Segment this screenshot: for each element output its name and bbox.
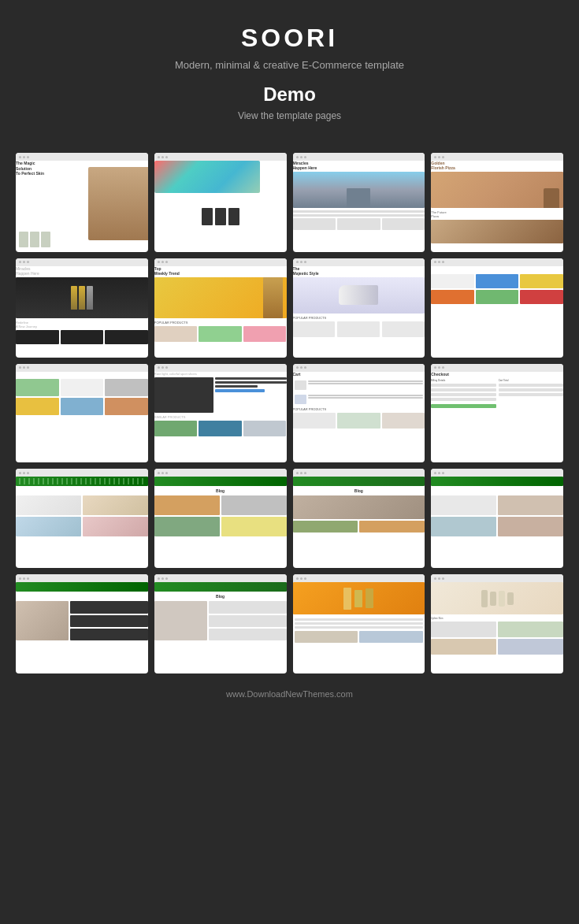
big-sneaker bbox=[339, 285, 378, 305]
dot-2 bbox=[438, 261, 440, 263]
white-section bbox=[293, 617, 425, 644]
cream-bottle-1 bbox=[481, 590, 488, 607]
dot-3 bbox=[442, 366, 444, 369]
article-lines bbox=[295, 618, 424, 629]
golden-detail: The FuturePizza bbox=[431, 210, 563, 243]
dot-3 bbox=[304, 156, 306, 158]
bg-1 bbox=[16, 495, 81, 515]
xmas-bar-5 bbox=[16, 582, 148, 592]
cl-1 bbox=[308, 380, 424, 382]
thumbnail-20[interactable]: Upline Skin bbox=[431, 574, 563, 674]
thumbnail-4[interactable]: GoldenFlorish Pizza The FuturePizza bbox=[431, 153, 563, 252]
browser-bar-3 bbox=[293, 153, 425, 161]
bottle-2 bbox=[79, 286, 85, 310]
thumbnail-18[interactable]: Blog bbox=[154, 574, 287, 674]
cl-3 bbox=[308, 395, 424, 396]
thumbnail-14[interactable]: Blog bbox=[154, 469, 287, 568]
dot-2 bbox=[300, 366, 302, 369]
thumbnail-7[interactable]: TheMajestic Style POPULAR PRODUCTS bbox=[293, 258, 425, 358]
thumb-blog-xmas-light: Blog bbox=[154, 477, 287, 568]
browser-bar-4 bbox=[431, 153, 563, 161]
thumbnail-13[interactable]: Blog bbox=[16, 469, 148, 568]
browser-bar-10 bbox=[154, 364, 287, 372]
wine-row bbox=[16, 330, 148, 344]
dot-2 bbox=[161, 261, 164, 263]
footer-link[interactable]: www.DownloadNewThemes.com bbox=[226, 689, 353, 699]
dot-1 bbox=[19, 261, 21, 263]
pc-5 bbox=[61, 398, 104, 415]
dot-3 bbox=[165, 366, 168, 369]
thumb-cart-content: Cart POPULAR PRODUCTS bbox=[293, 372, 425, 463]
text-line-1 bbox=[293, 210, 425, 213]
subline-text: RedefineA New Journey bbox=[16, 321, 148, 328]
thumbnail-19[interactable] bbox=[293, 574, 425, 674]
browser-bar-13 bbox=[16, 469, 148, 477]
xmas-bar-6 bbox=[154, 582, 287, 592]
brand-subtitle: Modern, minimal & creative E-Commerce te… bbox=[16, 59, 563, 71]
browser-bar-9 bbox=[16, 364, 148, 372]
dot-1 bbox=[296, 366, 299, 369]
bottle-1 bbox=[71, 286, 77, 310]
thumbnail-10[interactable]: Rare light, colorful sport shoes SIMILAR… bbox=[154, 364, 287, 463]
golden-hero bbox=[431, 172, 563, 208]
thumbnail-9[interactable]: Shop bbox=[16, 364, 148, 463]
thumb-cream-product: Upline Skin bbox=[431, 582, 563, 674]
thumbnail-12[interactable]: Checkout Billing Details Cart Total bbox=[431, 364, 563, 463]
rg-3 bbox=[431, 639, 496, 655]
demo-title: Demo bbox=[16, 83, 563, 106]
product-info bbox=[215, 377, 286, 413]
dot-2 bbox=[161, 156, 164, 158]
thumbnail-15[interactable]: Blog bbox=[293, 469, 425, 568]
thumbnail-8[interactable]: Shop bbox=[431, 258, 563, 358]
l2-content bbox=[154, 601, 287, 640]
bg-2 bbox=[83, 495, 148, 515]
dot-1 bbox=[19, 156, 21, 158]
thumbnail-3[interactable]: MiraclesHappen Here bbox=[293, 153, 425, 252]
golden-heading: GoldenFlorish Pizza bbox=[431, 161, 563, 170]
phone-3 bbox=[228, 208, 239, 225]
cp-1 bbox=[431, 274, 474, 288]
shop-product-cards bbox=[16, 379, 148, 415]
dot-2 bbox=[161, 577, 164, 580]
dot-2 bbox=[438, 366, 440, 369]
browser-bar-11 bbox=[293, 364, 425, 372]
thumbnail-5[interactable]: MiraclesHappen Here RedefineA New Journe… bbox=[16, 258, 148, 358]
pop-2 bbox=[337, 413, 380, 429]
thumb-shop-light-content: Shop bbox=[16, 372, 148, 463]
blog-title-4: Blog bbox=[431, 488, 563, 493]
thumb-golden-content: GoldenFlorish Pizza The FuturePizza bbox=[431, 161, 563, 252]
pc-2 bbox=[61, 379, 104, 396]
dot-1 bbox=[158, 472, 160, 474]
candle-1 bbox=[343, 588, 351, 610]
thumbnail-2[interactable]: Of AppleAwaits You bbox=[154, 153, 287, 252]
cart-label: Cart bbox=[293, 372, 425, 377]
golden-product bbox=[431, 220, 563, 243]
checkout-btn[interactable] bbox=[431, 404, 495, 408]
sim-3 bbox=[243, 421, 287, 436]
form-4 bbox=[431, 398, 495, 401]
dot-1 bbox=[158, 156, 160, 158]
rg-4 bbox=[498, 639, 563, 655]
thumb-blog-last-light: Blog bbox=[154, 582, 287, 674]
thumbnail-17[interactable]: Blog bbox=[16, 574, 148, 674]
cart-item-1 bbox=[293, 379, 425, 391]
thumbnail-6[interactable]: TopWeekly Trend POPULAR PRODUCTS bbox=[154, 258, 287, 358]
db-2 bbox=[498, 495, 563, 515]
thumbnail-1[interactable]: The MagicSolutionTo Perfect Skin bbox=[16, 153, 148, 252]
sn-3 bbox=[382, 321, 425, 337]
dot-3 bbox=[442, 261, 444, 263]
db-3 bbox=[431, 517, 496, 536]
browser-bar-17 bbox=[16, 574, 148, 582]
billing-col: Billing Details bbox=[431, 379, 495, 408]
thumbnail-11[interactable]: Cart POPULAR PRODUCTS bbox=[293, 364, 425, 463]
sneaker-hero bbox=[293, 277, 425, 314]
thumbnail-16[interactable]: Blog bbox=[431, 469, 563, 568]
product-detail-view bbox=[154, 377, 287, 413]
xmas-bar-3 bbox=[293, 477, 425, 486]
dark-blog-grid bbox=[431, 495, 563, 536]
beauty-person bbox=[88, 167, 147, 240]
ba-1 bbox=[154, 495, 220, 515]
dot-3 bbox=[304, 472, 306, 474]
dot-3 bbox=[165, 472, 168, 474]
upline-text: Upline Skin bbox=[431, 617, 563, 620]
